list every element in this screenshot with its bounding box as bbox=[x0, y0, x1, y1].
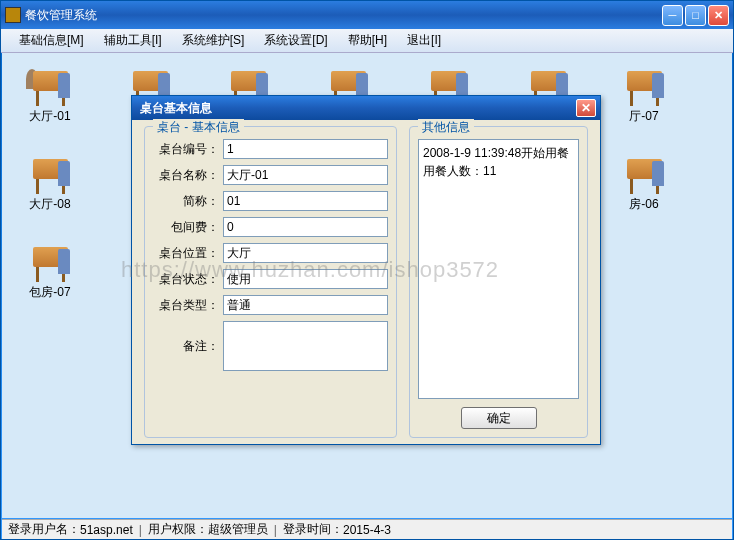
dialog-body: 桌台 - 基本信息 桌台编号： 桌台名称： 简称： 包间费： bbox=[132, 120, 600, 444]
desk-image bbox=[28, 237, 73, 282]
desk-image bbox=[28, 149, 73, 194]
other-info-text: 2008-1-9 11:39:48开始用餐 用餐人数：11 bbox=[418, 139, 579, 399]
desk-icon[interactable]: 大厅-08 bbox=[20, 149, 80, 213]
desk-label: 包房-07 bbox=[20, 284, 80, 301]
legend-basic: 桌台 - 基本信息 bbox=[153, 119, 244, 136]
input-short[interactable] bbox=[223, 191, 388, 211]
desk-image bbox=[622, 61, 667, 106]
titlebar-buttons: ─ □ ✕ bbox=[662, 5, 729, 26]
menu-help[interactable]: 帮助[H] bbox=[338, 29, 397, 52]
desk-icon[interactable]: 厅-07 bbox=[614, 61, 674, 125]
desk-label: 房-06 bbox=[614, 196, 674, 213]
legend-other: 其他信息 bbox=[418, 119, 474, 136]
label-desk-name: 桌台名称： bbox=[153, 167, 223, 184]
status-time-value: 2015-4-3 bbox=[343, 523, 391, 537]
label-desk-id: 桌台编号： bbox=[153, 141, 223, 158]
main-titlebar: 餐饮管理系统 ─ □ ✕ bbox=[1, 1, 733, 29]
fieldset-other-info: 其他信息 2008-1-9 11:39:48开始用餐 用餐人数：11 确定 bbox=[409, 126, 588, 438]
input-position[interactable] bbox=[223, 243, 388, 263]
status-time-label: 登录时间： bbox=[283, 521, 343, 538]
input-desk-id[interactable] bbox=[223, 139, 388, 159]
menubar: 基础信息[M] 辅助工具[I] 系统维护[S] 系统设置[D] 帮助[H] 退出… bbox=[1, 29, 733, 53]
app-icon bbox=[5, 7, 21, 23]
desk-image bbox=[622, 149, 667, 194]
maximize-button[interactable]: □ bbox=[685, 5, 706, 26]
label-state: 桌台状态： bbox=[153, 271, 223, 288]
desk-label: 大厅-08 bbox=[20, 196, 80, 213]
desk-icon[interactable]: 房-06 bbox=[614, 149, 674, 213]
other-info-line1: 2008-1-9 11:39:48开始用餐 bbox=[423, 144, 574, 162]
menu-maintain[interactable]: 系统维护[S] bbox=[172, 29, 255, 52]
main-window: 餐饮管理系统 ─ □ ✕ 基础信息[M] 辅助工具[I] 系统维护[S] 系统设… bbox=[0, 0, 734, 540]
menu-settings[interactable]: 系统设置[D] bbox=[254, 29, 337, 52]
ok-button[interactable]: 确定 bbox=[461, 407, 537, 429]
label-short: 简称： bbox=[153, 193, 223, 210]
other-info-line2: 用餐人数：11 bbox=[423, 162, 574, 180]
desk-icon[interactable]: 大厅-01 bbox=[20, 61, 80, 125]
input-state[interactable] bbox=[223, 269, 388, 289]
menu-tools[interactable]: 辅助工具[I] bbox=[94, 29, 172, 52]
input-type[interactable] bbox=[223, 295, 388, 315]
desk-label: 大厅-01 bbox=[20, 108, 80, 125]
status-perm-value: 超级管理员 bbox=[208, 521, 268, 538]
status-sep: | bbox=[139, 523, 142, 537]
status-user-value: 51asp.net bbox=[80, 523, 133, 537]
label-position: 桌台位置： bbox=[153, 245, 223, 262]
textarea-remark[interactable] bbox=[223, 321, 388, 371]
dialog-titlebar: 桌台基本信息 ✕ bbox=[132, 96, 600, 120]
label-fee: 包间费： bbox=[153, 219, 223, 236]
label-type: 桌台类型： bbox=[153, 297, 223, 314]
menu-exit[interactable]: 退出[I] bbox=[397, 29, 451, 52]
status-perm-label: 用户权限： bbox=[148, 521, 208, 538]
desk-image bbox=[28, 61, 73, 106]
app-title: 餐饮管理系统 bbox=[25, 7, 662, 24]
status-user-label: 登录用户名： bbox=[8, 521, 80, 538]
desk-icon[interactable]: 包房-07 bbox=[20, 237, 80, 301]
dialog-close-button[interactable]: ✕ bbox=[576, 99, 596, 117]
label-remark: 备注： bbox=[153, 338, 223, 355]
fieldset-basic-info: 桌台 - 基本信息 桌台编号： 桌台名称： 简称： 包间费： bbox=[144, 126, 397, 438]
dialog-title: 桌台基本信息 bbox=[136, 100, 576, 117]
minimize-button[interactable]: ─ bbox=[662, 5, 683, 26]
statusbar: 登录用户名： 51asp.net | 用户权限： 超级管理员 | 登录时间： 2… bbox=[2, 519, 732, 539]
input-desk-name[interactable] bbox=[223, 165, 388, 185]
close-button[interactable]: ✕ bbox=[708, 5, 729, 26]
desk-label: 厅-07 bbox=[614, 108, 674, 125]
status-sep: | bbox=[274, 523, 277, 537]
desk-info-dialog: 桌台基本信息 ✕ 桌台 - 基本信息 桌台编号： 桌台名称： 简称： bbox=[131, 95, 601, 445]
menu-basic-info[interactable]: 基础信息[M] bbox=[9, 29, 94, 52]
input-fee[interactable] bbox=[223, 217, 388, 237]
